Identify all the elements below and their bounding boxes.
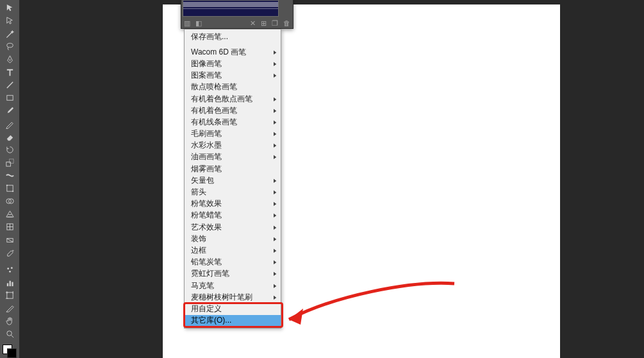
lasso-tool[interactable] [3, 40, 17, 53]
menu-pencil-charcoal[interactable]: 铅笔炭笔 [185, 257, 281, 268]
library-menu-icon[interactable]: ◧ [195, 19, 202, 28]
menu-decorative[interactable]: 装饰 [185, 233, 281, 244]
menu-bristle[interactable]: 毛刷画笔 [185, 128, 281, 140]
color-swatches[interactable] [3, 345, 17, 358]
svg-point-13 [10, 267, 12, 269]
selection-tool[interactable] [3, 1, 17, 14]
app-root: ▥ ◧ ✕ ⊞ ❐ 🗑 保存画笔... Wacom 6D 画笔 图像画笔 图案画… [0, 0, 644, 358]
column-graph-tool[interactable] [3, 276, 17, 289]
rectangle-tool[interactable] [3, 92, 17, 105]
width-tool[interactable] [3, 169, 17, 182]
eyedropper-tool[interactable] [3, 246, 17, 259]
svg-rect-5 [6, 185, 12, 191]
svg-rect-3 [6, 162, 10, 166]
menu-watercolor[interactable]: 水彩水墨 [185, 140, 281, 151]
menu-save-brush[interactable]: 保存画笔... [185, 31, 281, 42]
menu-chalk-fx[interactable]: 粉笔效果 [185, 198, 281, 210]
brush-libraries-icon[interactable]: ▥ [184, 19, 190, 28]
svg-point-1 [9, 59, 10, 60]
menu-wacom-6d[interactable]: Wacom 6D 画笔 [185, 46, 281, 58]
brush-library-menu: 保存画笔... Wacom 6D 画笔 图像画笔 图案画笔 散点喷枪画笔 有机着… [184, 29, 281, 328]
symbol-sprayer-tool[interactable] [3, 263, 17, 276]
menu-art-fx[interactable]: 艺术效果 [185, 221, 281, 233]
svg-point-19 [6, 331, 12, 336]
tools-toolbar [0, 0, 20, 358]
brush-options-icon[interactable]: ⊞ [261, 19, 267, 28]
svg-rect-6 [6, 185, 7, 186]
menu-organic-color[interactable]: 有机着色画笔 [185, 105, 281, 116]
menu-user-defined[interactable]: 用自定义 [185, 303, 281, 314]
menu-chalk-crayon[interactable]: 粉笔蜡笔 [185, 210, 281, 221]
menu-organic-line[interactable]: 有机线条画笔 [185, 116, 281, 128]
menu-neon[interactable]: 霓虹灯画笔 [185, 268, 281, 280]
direct-selection-tool[interactable] [3, 14, 17, 27]
menu-image-brush[interactable]: 图像画笔 [185, 58, 281, 69]
shape-builder-tool[interactable] [3, 195, 17, 208]
pen-tool[interactable] [3, 53, 17, 65]
svg-rect-16 [9, 281, 10, 286]
menu-oil[interactable]: 油画画笔 [185, 151, 281, 163]
svg-rect-17 [12, 282, 13, 286]
rotate-tool[interactable] [3, 143, 17, 156]
zoom-tool[interactable] [3, 328, 17, 341]
workspace: ▥ ◧ ✕ ⊞ ❐ 🗑 保存画笔... Wacom 6D 画笔 图像画笔 图案画… [20, 0, 644, 358]
svg-point-12 [7, 268, 9, 269]
svg-rect-18 [6, 293, 12, 298]
stroke-swatch[interactable] [7, 348, 17, 358]
delete-brush-icon[interactable]: 🗑 [283, 19, 290, 27]
menu-marker[interactable]: 马克笔 [185, 280, 281, 291]
menu-wheat-branch-leaf[interactable]: 麦穗树枝树叶笔刷 [185, 291, 281, 303]
menu-scatter-spray[interactable]: 散点喷枪画笔 [185, 81, 281, 93]
artboard-tool[interactable] [3, 289, 17, 302]
remove-stroke-icon[interactable]: ✕ [250, 19, 256, 28]
svg-rect-15 [6, 283, 8, 286]
menu-borders[interactable]: 边框 [185, 244, 281, 256]
mesh-tool[interactable] [3, 221, 17, 234]
paintbrush-tool[interactable] [3, 105, 17, 117]
new-brush-icon[interactable]: ❐ [272, 19, 278, 28]
menu-other-library[interactable]: 其它库(O)... [185, 315, 281, 327]
gradient-tool[interactable] [3, 234, 17, 246]
type-tool[interactable] [3, 66, 17, 79]
menu-organic-scatter[interactable]: 有机着色散点画笔 [185, 93, 281, 105]
svg-point-14 [9, 271, 11, 273]
svg-rect-2 [6, 96, 12, 101]
menu-arrows[interactable]: 箭头 [185, 186, 281, 198]
perspective-grid-tool[interactable] [3, 208, 17, 221]
svg-rect-7 [12, 191, 13, 192]
line-segment-tool[interactable] [3, 79, 17, 92]
slice-tool[interactable] [3, 302, 17, 315]
eraser-tool[interactable] [3, 130, 17, 143]
brush-preview-panel: ▥ ◧ ✕ ⊞ ❐ 🗑 [181, 0, 293, 29]
free-transform-tool[interactable] [3, 182, 17, 195]
menu-vector-pack[interactable]: 矢量包 [185, 175, 281, 186]
hand-tool[interactable] [3, 315, 17, 328]
pencil-tool[interactable] [3, 117, 17, 130]
magic-wand-tool[interactable] [3, 27, 17, 40]
svg-point-0 [6, 43, 12, 47]
brush-stroke-preview [183, 0, 279, 17]
svg-rect-4 [9, 159, 13, 164]
menu-smoke[interactable]: 烟雾画笔 [185, 163, 281, 175]
scale-tool[interactable] [3, 156, 17, 169]
menu-pattern-brush[interactable]: 图案画笔 [185, 70, 281, 81]
